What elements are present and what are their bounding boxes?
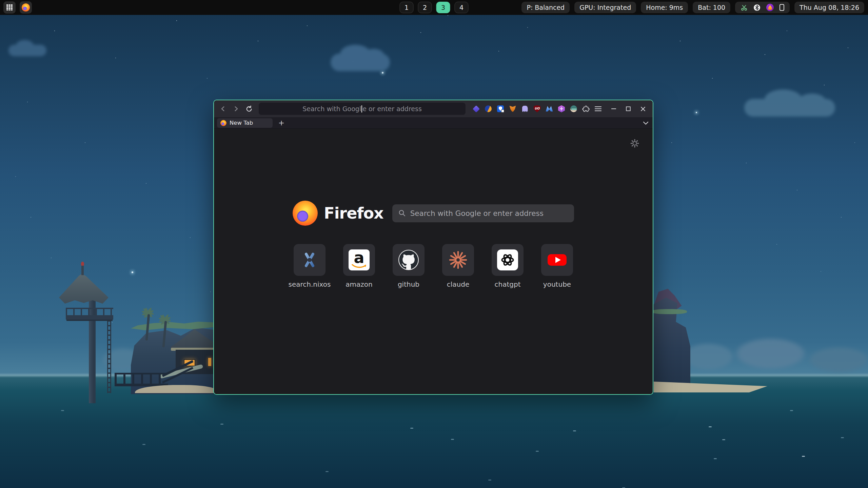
metamask-extension-icon[interactable]: [509, 105, 516, 113]
newtab-search-input[interactable]: Search with Google or enter address: [392, 204, 574, 222]
personalize-gear-icon[interactable]: [629, 138, 640, 149]
shortcut-github[interactable]: github: [392, 244, 425, 288]
url-placeholder: e or enter address: [362, 105, 422, 113]
ping-pill[interactable]: Home: 9ms: [641, 2, 688, 13]
shortcut-chatgpt[interactable]: chatgpt: [491, 244, 524, 288]
maximize-button[interactable]: [624, 104, 633, 113]
power-profile-pill[interactable]: P: Balanced: [521, 2, 570, 13]
gpu-pill[interactable]: GPU: Integrated: [574, 2, 636, 13]
text-caret: [361, 105, 362, 113]
horizon-cloud-bank: [673, 337, 868, 376]
workspace-3-active[interactable]: 3: [436, 2, 450, 13]
network-icon[interactable]: [741, 4, 748, 11]
phone-icon[interactable]: [780, 4, 784, 11]
bright-star: [382, 72, 383, 74]
ublock-origin-extension-icon[interactable]: UO: [533, 105, 541, 113]
tab-bar: New Tab +: [214, 117, 653, 129]
amazon-icon: a: [349, 249, 370, 270]
reload-button[interactable]: [243, 103, 255, 114]
cloud: [8, 45, 46, 56]
media-flame-icon[interactable]: [766, 4, 774, 11]
openai-knot-icon: [497, 249, 518, 270]
browser-toolbar: Search with Google or enter address UO: [214, 100, 653, 117]
claude-starburst-icon: [449, 250, 468, 269]
privacy-goggles-extension-icon[interactable]: [570, 105, 577, 113]
shortcut-search-nixos[interactable]: search.nixos: [293, 244, 326, 288]
battery-pill[interactable]: Bat: 100: [693, 2, 730, 13]
clock-pill[interactable]: Thu Aug 08, 18:26: [794, 2, 864, 13]
close-button[interactable]: [638, 104, 647, 113]
url-placeholder: Search with Googl: [302, 105, 361, 113]
url-bar[interactable]: Search with Google or enter address: [259, 103, 466, 115]
search-placeholder: Search with Google or enter address: [410, 209, 544, 218]
firefox-window: Search with Google or enter address UO: [213, 100, 653, 395]
vpn-extension-icon[interactable]: [546, 105, 553, 113]
back-button[interactable]: [217, 103, 229, 114]
menu-hamburger-icon[interactable]: [594, 105, 602, 113]
tab-title: New Tab: [230, 120, 253, 126]
firefox-icon: [22, 3, 30, 12]
firefox-launcher-button[interactable]: [20, 1, 32, 14]
bright-star: [132, 271, 133, 273]
list-all-tabs-chevron[interactable]: [643, 117, 649, 129]
hex-badge-extension-icon[interactable]: [558, 105, 565, 113]
tab-new-tab[interactable]: New Tab: [217, 118, 273, 128]
shortcut-tiles: search.nixos a github amazon: [214, 244, 653, 288]
search-icon: [398, 209, 406, 217]
minimize-button[interactable]: [609, 104, 618, 113]
firefox-logo: [293, 201, 318, 226]
topbar: 1 2 3 4 P: Balanced GPU: Integrated Home…: [0, 0, 868, 15]
bluetooth-icon[interactable]: [753, 4, 761, 11]
purple-diamond-extension-icon[interactable]: [472, 105, 480, 113]
workspace-2[interactable]: 2: [418, 2, 432, 13]
newtab-hero: Firefox Search with Google or enter addr…: [214, 201, 653, 226]
lit-window: [208, 358, 211, 366]
extensions-puzzle-icon[interactable]: [582, 105, 590, 113]
bitwarden-extension-icon[interactable]: [497, 105, 504, 113]
firefox-wordmark: Firefox: [324, 204, 383, 222]
extension-bar: UO: [472, 105, 602, 113]
window-controls: [609, 104, 647, 113]
forward-button[interactable]: [230, 103, 242, 114]
shortcut-claude[interactable]: claude: [442, 244, 474, 288]
ghostery-extension-icon[interactable]: [521, 105, 529, 113]
dark-reader-extension-icon[interactable]: [485, 105, 492, 113]
shortcut-amazon[interactable]: a github amazon: [343, 244, 375, 288]
workspace-1[interactable]: 1: [400, 2, 414, 13]
cloud: [744, 99, 835, 117]
youtube-play-icon: [547, 250, 567, 270]
app-launcher-button[interactable]: [3, 1, 16, 14]
apps-grid-icon: [6, 4, 13, 11]
nixos-snowflake-icon: [300, 250, 319, 269]
desktop: 1 2 3 4 P: Balanced GPU: Integrated Home…: [0, 0, 868, 488]
new-tab-button[interactable]: +: [277, 118, 286, 128]
bright-star: [696, 112, 697, 113]
shortcut-youtube[interactable]: youtube: [541, 244, 573, 288]
github-octocat-icon: [398, 250, 419, 270]
cloud: [331, 54, 390, 71]
workspace-4[interactable]: 4: [455, 2, 469, 13]
new-tab-page: Firefox Search with Google or enter addr…: [214, 129, 653, 394]
workspace-switcher: 1 2 3 4: [400, 2, 469, 13]
firefox-favicon: [220, 120, 226, 126]
system-tray: [735, 2, 790, 13]
